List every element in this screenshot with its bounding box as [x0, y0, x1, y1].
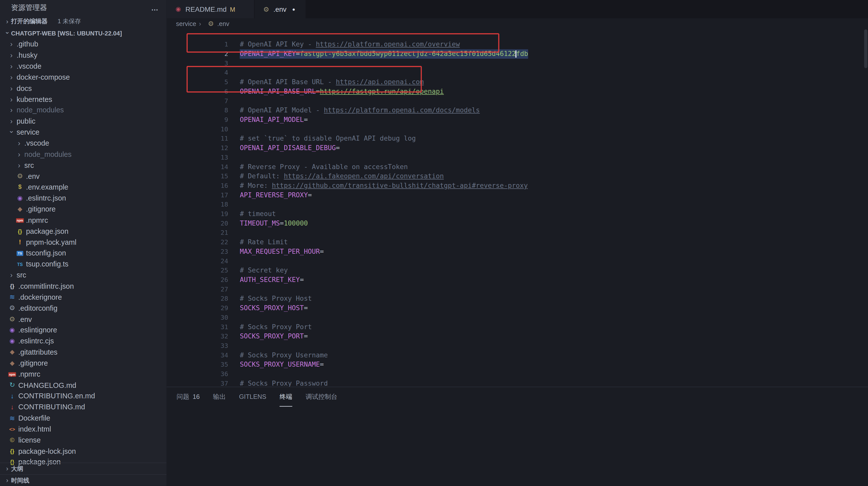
- code-line[interactable]: 25# Secret key: [167, 256, 868, 266]
- tree-item[interactable]: package-lock.json: [0, 446, 167, 457]
- code-line[interactable]: 37# Socks Proxy Password: [167, 369, 868, 379]
- tree-item[interactable]: .eslintrc.json: [0, 193, 167, 204]
- code-token: # Socks Proxy Username: [240, 351, 328, 359]
- tree-item[interactable]: node_modules: [0, 105, 167, 116]
- panel-tab[interactable]: 问题 16: [177, 387, 200, 407]
- terminal-line: [176, 472, 868, 480]
- tree-item[interactable]: .npmrc: [0, 215, 167, 226]
- tree-item[interactable]: docker-compose: [0, 72, 167, 83]
- code-line[interactable]: 8# OpenAI API Model - https://platform.o…: [167, 96, 868, 106]
- line-number: 5: [207, 78, 228, 87]
- breadcrumb-folder[interactable]: service: [176, 21, 196, 27]
- editor-tab[interactable]: .env: [254, 0, 306, 18]
- tree-item[interactable]: .gitignore: [0, 204, 167, 215]
- code-token: # Default:: [240, 172, 284, 180]
- chevron-right-icon: [8, 62, 15, 70]
- code-line[interactable]: 14# Reverse Proxy - Available on accessT…: [167, 153, 868, 162]
- outline-section-header[interactable]: 大纲: [0, 463, 167, 475]
- more-actions-icon[interactable]: [151, 3, 159, 12]
- tree-item[interactable]: .eslintignore: [0, 325, 167, 336]
- code-token: # set `true` to disable OpenAI API debug…: [240, 135, 416, 142]
- tree-item[interactable]: .dockerignore: [0, 292, 167, 303]
- tree-item[interactable]: kubernetes: [0, 94, 167, 105]
- tree-item[interactable]: .vscode: [0, 138, 167, 149]
- docker-icon: [8, 294, 17, 301]
- panel-tab[interactable]: 终端: [280, 387, 292, 407]
- code-token: # timeout: [240, 210, 276, 218]
- tree-item[interactable]: tsconfig.json: [0, 248, 167, 259]
- tree-item[interactable]: CONTRIBUTING.en.md: [0, 391, 167, 402]
- code-line[interactable]: 19# timeout: [167, 200, 868, 209]
- tree-item[interactable]: src: [0, 160, 167, 171]
- tree-item-label: kubernetes: [17, 95, 53, 104]
- code-line[interactable]: 31# Socks Proxy Port: [167, 313, 868, 322]
- timeline-section-header[interactable]: 时间线: [0, 475, 167, 486]
- terminal-output[interactable]: [167, 407, 868, 486]
- code-token: # Socks Proxy Host: [240, 295, 312, 303]
- tree-item[interactable]: public: [0, 116, 167, 126]
- tree-item-label: tsconfig.json: [26, 249, 66, 257]
- html-icon: [8, 426, 17, 432]
- tree-item-label: src: [17, 271, 26, 279]
- line-number: 25: [207, 266, 228, 276]
- tree-item[interactable]: service: [0, 126, 167, 138]
- chevron-right-icon: [8, 106, 15, 114]
- tree-item[interactable]: .github: [0, 39, 167, 50]
- tree-item[interactable]: package.json: [0, 226, 167, 237]
- code-line[interactable]: 1# OpenAI API Key - https://platform.ope…: [167, 30, 868, 40]
- line-number: 37: [207, 379, 228, 387]
- tree-item[interactable]: index.html: [0, 424, 167, 434]
- tree-item[interactable]: src: [0, 270, 167, 281]
- editor-scrollbar-thumb[interactable]: [864, 29, 867, 68]
- tree-item[interactable]: .husky: [0, 50, 167, 61]
- code-token: # Secret key: [240, 266, 288, 274]
- git-icon: [8, 349, 17, 355]
- gear-icon: [207, 21, 215, 27]
- line-content: # Socks Proxy Port: [240, 322, 312, 332]
- gear-icon: [8, 316, 17, 322]
- tree-item-label: .eslintignore: [18, 326, 57, 334]
- code-token: =: [280, 219, 284, 227]
- code-line[interactable]: 22# Rate Limit: [167, 228, 868, 238]
- tree-item[interactable]: node_modules: [0, 149, 167, 160]
- code-line[interactable]: 28# Socks Proxy Host: [167, 285, 868, 294]
- tree-item[interactable]: .vscode: [0, 61, 167, 72]
- tree-item[interactable]: .editorconfig: [0, 303, 167, 314]
- panel-tab[interactable]: GITLENS: [239, 387, 266, 407]
- open-editors-section-header[interactable]: 打开的编辑器 1 未保存: [0, 16, 167, 27]
- line-content: # Socks Proxy Username: [240, 351, 328, 360]
- tree-item-label: package-lock.json: [18, 447, 76, 455]
- tree-item[interactable]: docs: [0, 83, 167, 94]
- tree-item[interactable]: .env: [0, 171, 167, 181]
- line-number: 27: [207, 285, 228, 294]
- panel-tab[interactable]: 调试控制台: [306, 387, 337, 407]
- tree-item[interactable]: CONTRIBUTING.md: [0, 402, 167, 412]
- dirty-dot-icon[interactable]: [290, 6, 298, 12]
- code-token: # Reverse Proxy - Available on accessTok…: [240, 163, 408, 171]
- tree-item[interactable]: .gitignore: [0, 358, 167, 369]
- panel-tab-label: 终端: [280, 393, 292, 401]
- tree-item[interactable]: Dockerfile: [0, 412, 167, 424]
- tree-item[interactable]: .env.example: [0, 181, 167, 193]
- tree-item[interactable]: .env: [0, 314, 167, 325]
- code-editor[interactable]: 1# OpenAI API Key - https://platform.ope…: [167, 29, 868, 387]
- tree-item[interactable]: tsup.config.ts: [0, 259, 167, 270]
- tree-item[interactable]: CHANGELOG.md: [0, 380, 167, 391]
- editor-tab[interactable]: README.md M: [167, 0, 255, 18]
- code-line[interactable]: 4: [167, 59, 868, 68]
- code-line[interactable]: 11# set `true` to disable OpenAI API deb…: [167, 125, 868, 134]
- tree-item[interactable]: license: [0, 434, 167, 446]
- tree-item[interactable]: .commitlintrc.json: [0, 281, 167, 292]
- code-token: OPENAI_API_BASE_URL: [240, 87, 316, 95]
- panel-tab[interactable]: 输出: [213, 387, 226, 407]
- tree-item[interactable]: pnpm-lock.yaml: [0, 237, 167, 248]
- tree-item[interactable]: .npmrc: [0, 369, 167, 380]
- tree-item-label: src: [25, 161, 34, 169]
- code-token: =: [308, 191, 312, 199]
- code-line[interactable]: 34# Socks Proxy Username: [167, 341, 868, 351]
- code-line[interactable]: 5# OpenAI API Base URL - https://api.ope…: [167, 68, 868, 78]
- breadcrumb-file[interactable]: .env: [217, 21, 229, 27]
- workspace-section-header[interactable]: CHATGPT-WEB [WSL: UBUNTU-22.04]: [0, 27, 167, 39]
- tree-item[interactable]: .gitattributes: [0, 347, 167, 358]
- tree-item[interactable]: .eslintrc.cjs: [0, 336, 167, 347]
